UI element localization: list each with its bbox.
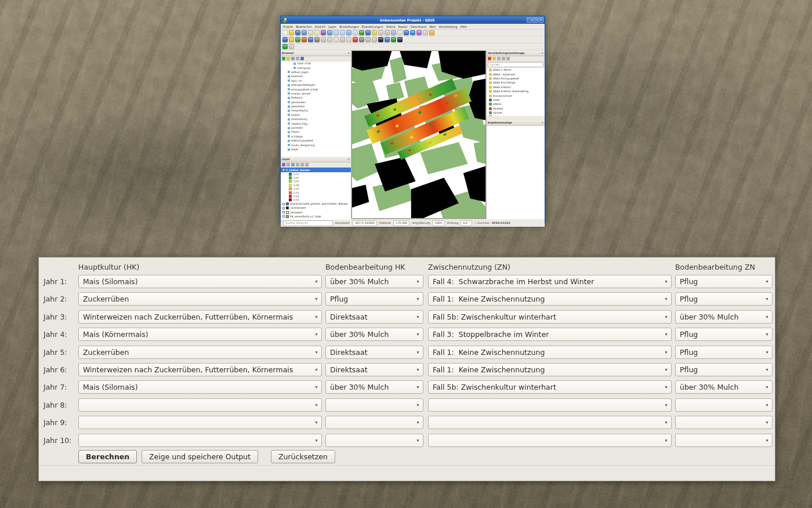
browser-tool-icon[interactable] bbox=[296, 57, 299, 60]
bodenbearbeitung-hk-select[interactable]: über 30% Mulch ▾ bbox=[325, 380, 423, 394]
hauptkultur-select[interactable]: Zuckerrüben ▾ bbox=[78, 346, 322, 359]
menu-item[interactable]: Einstellungen bbox=[339, 25, 359, 28]
layers-tool-icon[interactable] bbox=[300, 163, 304, 166]
toolbar-icon[interactable] bbox=[391, 37, 396, 42]
toolbar-icon[interactable] bbox=[289, 37, 294, 42]
hauptkultur-select[interactable]: Winterweizen nach Zuckerrüben, Futterrüb… bbox=[78, 310, 322, 324]
toolbar-icon[interactable] bbox=[385, 30, 390, 35]
bodenbearbeitung-hk-select[interactable]: über 30% Mulch ▾ bbox=[325, 275, 423, 288]
panel-close-icon[interactable]: ✕ bbox=[347, 52, 350, 55]
zwischennutzung-select[interactable]: Fall 5b: Zwischenkultur winterhart ▾ bbox=[428, 380, 672, 394]
toolbox-algorithm-item[interactable]: ABAG Einzugsgebiet bbox=[487, 77, 545, 81]
hauptkultur-select[interactable]: Winterweizen nach Zuckerrüben, Futterrüb… bbox=[78, 363, 322, 376]
bodenbearbeitung-zn-select[interactable]: Pflug ▾ bbox=[675, 346, 773, 359]
zeige-output-button[interactable]: Zeige und speichere Output bbox=[142, 450, 258, 463]
toolbar-icon[interactable] bbox=[340, 37, 345, 42]
layer-row[interactable]: FB_vereinfacht_v2_2006 bbox=[281, 215, 351, 219]
browser-tree-item[interactable]: parzellen bbox=[281, 126, 351, 130]
browser-tree-item[interactable]: dgm_1m bbox=[281, 79, 351, 83]
bodenbearbeitung-hk-select[interactable]: Direktsaat ▾ bbox=[325, 363, 423, 376]
toolbar-icon[interactable] bbox=[416, 30, 422, 35]
toolbar-icon[interactable] bbox=[334, 37, 339, 42]
toolbar-icon[interactable] bbox=[353, 37, 358, 42]
toolbar-icon[interactable] bbox=[302, 30, 307, 35]
menu-item[interactable]: Vektor bbox=[386, 25, 396, 28]
bodenbearbeitung-hk-select[interactable]: Direktsaat ▾ bbox=[325, 346, 423, 359]
menu-item[interactable]: Verarbeitung bbox=[438, 25, 457, 28]
magnifier-value[interactable]: 100% bbox=[432, 220, 444, 226]
toolbar-icon[interactable] bbox=[404, 30, 409, 35]
layer-row[interactable]: verändert bbox=[281, 211, 351, 215]
toolbox-search-input[interactable]: Suchen… bbox=[488, 62, 543, 67]
zuruecksetzen-button[interactable]: Zurücksetzen bbox=[271, 450, 335, 463]
menu-item[interactable]: Projekt bbox=[283, 25, 293, 28]
hauptkultur-select[interactable]: ▾ bbox=[78, 416, 322, 429]
bodenbearbeitung-zn-select[interactable]: Pflug ▾ bbox=[675, 292, 773, 306]
menu-item[interactable]: Web bbox=[429, 25, 436, 28]
hauptkultur-select[interactable]: Zuckerrüben ▾ bbox=[78, 292, 322, 306]
toolbox-algorithm-item[interactable]: Modelle bbox=[487, 107, 545, 111]
browser-tree-item[interactable]: niederschlag bbox=[281, 121, 351, 125]
hauptkultur-select[interactable]: ▾ bbox=[78, 398, 322, 412]
layer-row[interactable]: unverändert bbox=[281, 206, 351, 210]
browser-tool-icon[interactable] bbox=[287, 57, 290, 60]
locator-input[interactable]: Suchen (Strg+K) bbox=[283, 220, 333, 226]
toolbar-icon[interactable] bbox=[321, 30, 326, 35]
berechnen-button[interactable]: Berechnen bbox=[78, 450, 137, 463]
menu-item[interactable]: Raster bbox=[398, 25, 408, 28]
layers-tool-icon[interactable] bbox=[305, 163, 309, 166]
zwischennutzung-select[interactable]: Fall 1: Keine Zwischennutzung ▾ bbox=[428, 292, 672, 306]
hauptkultur-select[interactable]: Mais (Körnermais) ▾ bbox=[78, 328, 322, 341]
zwischennutzung-select[interactable]: Fall 1: Keine Zwischennutzung ▾ bbox=[428, 346, 672, 359]
toolbar-icon[interactable] bbox=[365, 37, 371, 42]
browser-tree-item[interactable]: schlaege bbox=[281, 135, 351, 139]
toolbar-icon[interactable] bbox=[353, 30, 358, 35]
map-canvas[interactable] bbox=[351, 50, 486, 219]
minimize-button[interactable]: – bbox=[527, 17, 532, 23]
toolbox-algorithm-item[interactable]: ABAG C-Faktor bbox=[487, 68, 545, 72]
layer-row[interactable]: erosionsmodell_gesamt, geschnitten, Bili… bbox=[281, 202, 351, 206]
toolbar-icon[interactable] bbox=[378, 37, 383, 42]
toolbar-icon[interactable] bbox=[359, 30, 364, 35]
zwischennutzung-select[interactable]: Fall 1: Keine Zwischennutzung ▾ bbox=[428, 363, 672, 376]
panel-close-icon[interactable]: ✕ bbox=[541, 52, 543, 55]
browser-tree-item[interactable]: erosion_aktuell bbox=[281, 92, 351, 96]
toolbar-icon[interactable] bbox=[365, 30, 371, 35]
bodenbearbeitung-hk-select[interactable]: ▾ bbox=[325, 434, 423, 447]
toolbar-icon[interactable] bbox=[295, 37, 300, 42]
toolbar-icon[interactable] bbox=[385, 37, 390, 42]
menu-item[interactable]: Erweiterungen bbox=[362, 25, 383, 28]
toolbar-icon[interactable] bbox=[289, 30, 294, 35]
active-layer-row[interactable]: C_Faktor_Raster bbox=[281, 168, 351, 172]
browser-tree-item[interactable]: landnutzung bbox=[281, 117, 351, 121]
hauptkultur-select[interactable]: Mais (Silomais) ▾ bbox=[78, 380, 322, 394]
menu-item[interactable]: Layer bbox=[328, 25, 336, 28]
browser-tool-icon[interactable] bbox=[282, 57, 285, 60]
toolbar-icon[interactable] bbox=[314, 37, 320, 42]
plugin-toolbar-icon[interactable] bbox=[289, 44, 294, 49]
toolbar-icon[interactable] bbox=[391, 30, 396, 35]
layer-checkbox[interactable] bbox=[282, 169, 285, 171]
bodenbearbeitung-hk-select[interactable]: Pflug ▾ bbox=[325, 292, 423, 306]
menu-item[interactable]: Datenbank bbox=[411, 25, 426, 28]
bodenbearbeitung-zn-select[interactable]: ▾ bbox=[675, 416, 773, 429]
zwischennutzung-select[interactable]: Fall 4: Schwarzbrache im Herbst und Wint… bbox=[428, 275, 672, 288]
epsg-badge[interactable]: EPSG:31255 bbox=[492, 222, 510, 224]
layers-tool-icon[interactable] bbox=[287, 163, 290, 166]
browser-tree-item[interactable]: abfluss_lagen bbox=[281, 70, 351, 74]
hauptkultur-select[interactable]: Mais (Silomais) ▾ bbox=[78, 275, 322, 288]
toolbar-icon[interactable] bbox=[282, 37, 288, 42]
browser-tree-item[interactable]: bodenart bbox=[281, 74, 351, 78]
toolbar-icon[interactable] bbox=[346, 37, 351, 42]
toolbar-icon[interactable] bbox=[282, 30, 288, 35]
toolbar-icon[interactable] bbox=[314, 30, 320, 35]
toolbox-algorithm-item[interactable]: Skripte bbox=[487, 111, 545, 115]
browser-tree-item[interactable]: 2006-1748 bbox=[281, 61, 351, 66]
layer-checkbox[interactable] bbox=[282, 211, 285, 213]
browser-tree-item[interactable]: kfaktor bbox=[281, 113, 351, 117]
browser-tree-item[interactable]: einzugsgebiet_schlat bbox=[281, 87, 351, 91]
layers-tool-icon[interactable] bbox=[291, 163, 295, 166]
browser-tree-item[interactable]: feldblock bbox=[281, 96, 351, 100]
toolbox-algorithm-item[interactable]: GDAL bbox=[487, 98, 545, 102]
toolbar-icon[interactable] bbox=[334, 30, 339, 35]
